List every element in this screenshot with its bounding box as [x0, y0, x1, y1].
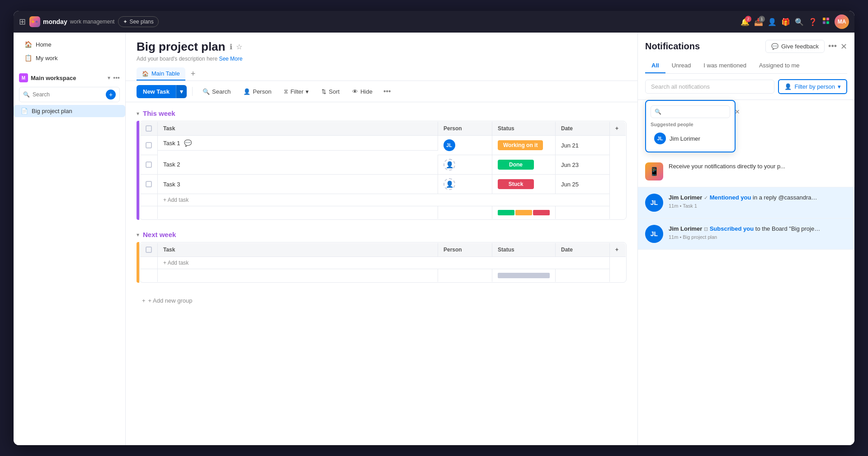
workspace-more-icon[interactable]: ••• — [113, 74, 120, 81]
workspace-header[interactable]: M Main workspace ▾ ••• — [14, 71, 125, 84]
th-add[interactable]: + — [610, 122, 626, 136]
person-filter-input[interactable] — [664, 109, 732, 115]
row2-checkbox[interactable] — [146, 162, 152, 168]
filter-icon: ⧖ — [284, 88, 288, 95]
suggested-people-label: Suggested people — [651, 122, 730, 127]
add-task-row-nextweek[interactable]: + Add task — [140, 257, 626, 269]
nw-th-add[interactable]: + — [610, 243, 626, 257]
row3-date[interactable]: Jun 25 — [556, 175, 610, 194]
thisweek-table: Task Person Status Date + — [140, 121, 626, 219]
row2-status[interactable]: Done — [492, 155, 556, 175]
status-color-bar — [498, 210, 550, 215]
new-task-dropdown-arrow[interactable]: ▾ — [176, 85, 187, 98]
notif-tab-mentioned[interactable]: I was mentioned — [697, 58, 753, 73]
notif-more-button[interactable]: ••• — [828, 42, 837, 51]
help-icon[interactable]: ❓ — [808, 18, 817, 26]
new-task-button[interactable]: New Task ▾ — [137, 85, 187, 98]
person-filter-close[interactable]: ✕ — [735, 108, 740, 115]
sort-button[interactable]: ⇅ Sort — [317, 86, 344, 98]
notif-subscribe-content: Jim Lorimer ⊡ Subscribed you to the Boar… — [669, 225, 847, 240]
integrations-icon[interactable] — [822, 17, 830, 27]
notifications-icon[interactable]: 🔔 2 — [741, 18, 750, 26]
board-info-icon[interactable]: ℹ — [230, 43, 232, 51]
row1-status[interactable]: Working on it — [492, 136, 556, 155]
notif-app-content: Receive your notifications directly to y… — [669, 162, 847, 171]
toolbar: New Task ▾ 🔍 Search 👤 Person ⧖ Filter ▾ — [126, 81, 637, 102]
notif-item-mention[interactable]: JL Jim Lorimer ✓ Mentioned you in a repl… — [638, 187, 854, 218]
nw-add-label[interactable]: + Add task — [158, 257, 610, 269]
sidebar-item-mywork[interactable]: 📋 My work — [19, 52, 120, 64]
add-task-row-thisweek[interactable]: + Add task — [140, 194, 626, 206]
nw-header-checkbox[interactable] — [146, 247, 152, 253]
sidebar-board-item[interactable]: 📄 Big project plan — [14, 105, 125, 117]
group-toggle-thisweek[interactable]: ▾ — [137, 110, 139, 117]
filter-by-person-button[interactable]: 👤 Filter by person ▾ — [778, 79, 847, 94]
sidebar-item-home[interactable]: 🏠 Home — [19, 38, 120, 51]
row3-status[interactable]: Stuck — [492, 175, 556, 194]
group-toggle-nextweek[interactable]: ▾ — [137, 232, 139, 238]
logo-icon — [29, 16, 40, 27]
notif-list: 📱 Receive your notifications directly to… — [638, 156, 854, 445]
row2-date[interactable]: Jun 23 — [556, 155, 610, 175]
row3-task[interactable]: Task 3 — [158, 175, 438, 194]
row3-checkbox[interactable] — [146, 181, 152, 187]
notif-item-app[interactable]: 📱 Receive your notifications directly to… — [638, 156, 854, 187]
sidebar-add-button[interactable]: + — [106, 90, 116, 100]
row2-check — [140, 155, 158, 175]
see-more-link[interactable]: See More — [219, 56, 242, 62]
nw-add-check — [140, 257, 158, 269]
search-icon-top[interactable]: 🔍 — [795, 18, 804, 26]
feedback-icon: 💬 — [771, 43, 778, 50]
row3-person-empty[interactable]: 👤 — [443, 178, 455, 190]
summary-date-cell — [556, 206, 610, 219]
add-group-icon: + — [142, 297, 146, 304]
grid-icon[interactable]: ⊞ — [19, 17, 26, 27]
user-avatar[interactable]: MA — [835, 14, 849, 29]
person-btn-icon: 👤 — [243, 88, 250, 95]
row3-status-badge: Stuck — [498, 179, 534, 189]
notif-item-subscribe[interactable]: JL Jim Lorimer ⊡ Subscribed you to the B… — [638, 218, 854, 250]
notif-tabs: All Unread I was mentioned Assigned to m… — [645, 58, 847, 74]
add-task-label[interactable]: + Add task — [158, 194, 610, 206]
notif-search-input[interactable] — [645, 80, 774, 94]
person-button[interactable]: 👤 Person — [239, 86, 276, 98]
sidebar-search-box[interactable]: 🔍 + — [19, 87, 120, 102]
notif-close-button[interactable]: ✕ — [840, 42, 847, 52]
notif-tab-unread[interactable]: Unread — [665, 58, 698, 73]
notif-app-icon: 📱 — [645, 162, 663, 180]
search-button[interactable]: 🔍 Search — [198, 86, 235, 98]
notif-tab-all[interactable]: All — [645, 58, 665, 73]
row1-checkbox[interactable] — [146, 142, 152, 148]
add-tab-button[interactable]: + — [187, 67, 199, 81]
row1-task[interactable]: Task 1 💬 — [158, 136, 438, 151]
person-filter-search[interactable]: 🔍 ✕ — [651, 105, 730, 118]
row2-person-empty[interactable]: 👤 — [443, 159, 455, 171]
tab-main-table[interactable]: 🏠 Main Table — [137, 67, 185, 81]
notif-tab-assigned[interactable]: Assigned to me — [753, 58, 806, 73]
row1-date[interactable]: Jun 21 — [556, 136, 610, 155]
group-thisweek: ▾ This week Task Person — [137, 109, 627, 220]
header-checkbox[interactable] — [146, 125, 152, 132]
gift-icon[interactable]: 🎁 — [781, 18, 790, 26]
svg-rect-6 — [826, 21, 829, 24]
subscribe-verified-icon: ⊡ — [704, 226, 708, 232]
inbox-icon[interactable]: 📥 1 — [754, 18, 763, 26]
nw-color-gray — [498, 273, 550, 278]
give-feedback-button[interactable]: 💬 Give feedback — [765, 40, 825, 53]
person-suggestion-jim[interactable]: JL Jim Lorimer — [651, 130, 730, 147]
row1-person-avatar[interactable]: JL — [443, 139, 455, 151]
nextweek-table: Task Person Status Date + — [140, 242, 626, 282]
color-stuck — [533, 210, 550, 215]
filter-button[interactable]: ⧖ Filter ▾ — [279, 85, 313, 98]
add-group-button[interactable]: + + Add new group — [137, 294, 198, 308]
table-area: ▾ This week Task Person — [126, 102, 637, 445]
see-plans-button[interactable]: ✦ See plans — [118, 16, 158, 27]
new-task-label: New Task — [137, 85, 176, 98]
row1-comment-icon[interactable]: 💬 — [184, 139, 192, 147]
row2-task[interactable]: Task 2 — [158, 155, 438, 175]
toolbar-more-button[interactable]: ••• — [381, 85, 394, 98]
board-star-icon[interactable]: ☆ — [236, 43, 242, 51]
hide-button[interactable]: 👁 Hide — [348, 86, 377, 98]
sidebar-search-input[interactable] — [33, 91, 103, 98]
people-icon[interactable]: 👤 — [768, 18, 777, 26]
